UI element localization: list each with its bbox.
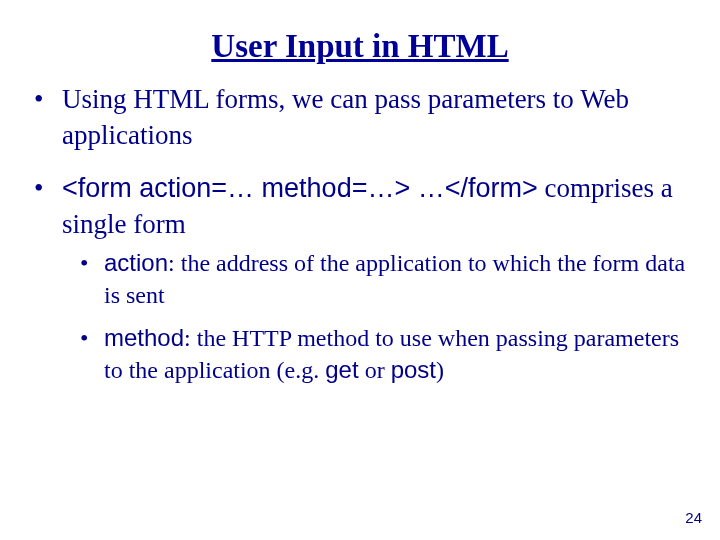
sub2-post: post [391,356,436,383]
bullet-2-code: <form action=… method=…> …</form> [62,173,538,203]
sub1-label: action [104,249,168,276]
sub-bullet-2: method: the HTTP method to use when pass… [80,322,686,387]
sub2-get: get [325,356,358,383]
sub2-or: or [359,357,391,383]
bullet-1-text: Using HTML forms, we can pass parameters… [62,84,629,150]
sub2-text-b: ) [436,357,444,383]
slide-title: User Input in HTML [0,0,720,71]
bullet-item-1: Using HTML forms, we can pass parameters… [34,81,686,154]
bullet-item-2: <form action=… method=…> …</form> compri… [34,170,686,386]
page-number: 24 [685,509,702,526]
slide: User Input in HTML Using HTML forms, we … [0,0,720,540]
sub1-text: : the address of the application to whic… [104,250,685,308]
sub-bullet-1: action: the address of the application t… [80,247,686,312]
bullet-list: Using HTML forms, we can pass parameters… [34,81,686,386]
sub-bullet-list: action: the address of the application t… [80,247,686,387]
sub2-label: method [104,324,184,351]
